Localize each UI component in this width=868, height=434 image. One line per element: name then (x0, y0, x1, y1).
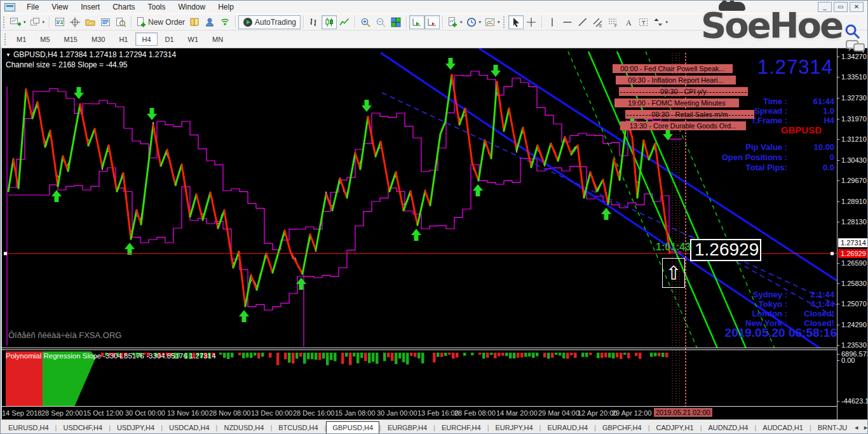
templates-button[interactable]: ▾ (483, 15, 502, 29)
community-button[interactable] (202, 15, 217, 29)
toolbar-separator (541, 16, 542, 28)
new-order-button[interactable]: New Order (134, 15, 187, 29)
periods-dropdown-icon[interactable]: ▾ (479, 20, 482, 25)
text-button[interactable]: A (621, 15, 636, 29)
tab-usdcad-h4[interactable]: USDCAD,H4 (163, 421, 216, 434)
metaeditor-button[interactable] (187, 15, 202, 29)
equidistant-channel-button[interactable]: E (590, 15, 606, 29)
data-window-button[interactable] (67, 15, 83, 29)
new-order-label: New Order (148, 18, 185, 27)
tab-eurjpy-h4[interactable]: EURJPY,H4 (489, 421, 539, 434)
symbol-dropdown-icon[interactable]: ▼ (6, 52, 11, 58)
price-scale-label: 1.23530 (841, 341, 867, 349)
date-label: 13 Feb 16:00 (417, 409, 459, 417)
indicators-dropdown-icon[interactable]: ▾ (460, 20, 463, 25)
tab-gbpusd-h4[interactable]: GBPUSD,H4 (326, 421, 379, 434)
news-event: 09:30 - Inflation Report Heari... (616, 76, 736, 85)
tf-h4[interactable]: H4 (135, 32, 157, 46)
market-watch-button[interactable] (52, 15, 67, 29)
zoom-in-button[interactable] (358, 15, 373, 29)
autoscroll-icon (412, 17, 422, 27)
terminal-button[interactable] (98, 15, 113, 29)
menu-item-view[interactable]: View (45, 1, 74, 13)
signals-icon (220, 17, 230, 27)
price-scale-label: 1.26590 (841, 259, 867, 267)
signals-button[interactable] (217, 15, 233, 29)
menu-item-file[interactable]: File (20, 1, 45, 13)
menu-item-charts[interactable]: Charts (106, 1, 141, 13)
bar-chart-button[interactable] (306, 15, 322, 29)
line-chart-button[interactable] (337, 15, 352, 29)
templates-dropdown-icon[interactable]: ▾ (498, 20, 500, 25)
news-event: 13:30 - Core Durable Goods Ord... (620, 121, 746, 130)
new-chart-dropdown-icon[interactable]: ▾ (24, 20, 26, 25)
arrows-button[interactable]: ▾ (651, 15, 670, 29)
price-scale[interactable]: 1.342701.335101.327301.319701.312101.304… (837, 48, 868, 419)
tab-btcusd-h4[interactable]: BTCUSD,H4 (272, 421, 324, 434)
minimize-button[interactable]: _ (818, 2, 832, 12)
tab-usdjpy-h4[interactable]: USDJPY,H4 (111, 421, 161, 434)
menu-item-insert[interactable]: Insert (74, 1, 106, 13)
tab-audcad-h1[interactable]: AUDCAD,H1 (756, 421, 810, 434)
ohlc-line: ▼GBPUSD,H4 1.27384 1.27418 1.27294 1.273… (6, 50, 176, 59)
tab-brnt-ju[interactable]: BRNT-JU (811, 421, 853, 434)
tab-audnzd-h4[interactable]: AUDNZD,H4 (702, 421, 754, 434)
price-scale-label: 1.30430 (841, 156, 867, 164)
session-row-london: London :Closed! (625, 309, 834, 318)
arrows-dropdown-icon[interactable]: ▾ (666, 20, 668, 25)
date-label: 28 Feb 08:00 (454, 409, 496, 417)
menu-item-tools[interactable]: Tools (142, 1, 172, 13)
date-axis[interactable]: 14 Sep 201828 Sep 20:0015 Oct 12:0030 Oc… (1, 407, 837, 419)
info-row-pip-value: Pip Value :10.00 (625, 142, 834, 152)
tf-m15[interactable]: M15 (58, 32, 84, 46)
indicators-button[interactable]: ▾ (445, 15, 465, 29)
tf-mn[interactable]: MN (206, 32, 229, 46)
tab-euraud-h4[interactable]: EURAUD,H4 (541, 421, 594, 434)
tile-windows-button[interactable] (388, 15, 403, 29)
auto-scroll-button[interactable] (409, 15, 424, 29)
tf-m5[interactable]: M5 (34, 32, 56, 46)
tab-gbpchf-h4[interactable]: GBPCHF,H4 (596, 421, 648, 434)
close-button[interactable]: ✕ (850, 2, 864, 12)
tab-usdchf-h4[interactable]: USDCHF,H4 (57, 421, 109, 434)
text-label-button[interactable]: T (636, 15, 651, 29)
scroll-right-button[interactable]: ► (863, 424, 868, 431)
strategy-tester-button[interactable] (113, 15, 128, 29)
profiles-button[interactable]: ▾ (28, 15, 47, 29)
periods-button[interactable]: ▾ (465, 15, 484, 29)
vline-icon (547, 17, 557, 27)
tab-eurgbp-h4[interactable]: EURGBP,H4 (381, 421, 433, 434)
menu-item-window[interactable]: Window (172, 1, 212, 13)
autotrading-button[interactable]: AutoTrading (238, 15, 301, 29)
toolbar-grip[interactable] (3, 17, 5, 28)
tf-h1[interactable]: H1 (112, 32, 134, 46)
tfbar-grip[interactable] (4, 34, 6, 45)
scroll-left-button[interactable]: ◄ (853, 424, 859, 431)
tab-cadjpy-h1[interactable]: CADJPY,H1 (650, 421, 700, 434)
tf-d1[interactable]: D1 (159, 32, 180, 46)
tf-m30[interactable]: M30 (85, 32, 111, 46)
chart-area[interactable]: 00:00 - Fed Chair Powell Speak...09:30 -… (1, 48, 868, 419)
tab-nzdusd-h4[interactable]: NZDUSD,H4 (217, 421, 270, 434)
crosshair-button[interactable] (524, 15, 539, 29)
chart-shift-button[interactable] (424, 15, 440, 29)
trendline-button[interactable] (575, 15, 590, 29)
vertical-line-button[interactable] (545, 15, 560, 29)
candlesticks-button[interactable] (322, 15, 337, 29)
zoom-out-button[interactable] (373, 15, 388, 29)
tab-eurchf-h4[interactable]: EURCHF,H4 (435, 421, 487, 434)
horizontal-line-button[interactable] (560, 15, 575, 29)
tf-w1[interactable]: W1 (182, 32, 205, 46)
navigator-button[interactable] (83, 15, 98, 29)
toolbar-grip[interactable] (503, 17, 505, 28)
tf-m1[interactable]: M1 (10, 32, 32, 46)
zoom-in-icon (360, 17, 370, 27)
new-chart-button[interactable]: ▾ (8, 15, 28, 29)
tab-scroll-buttons: ◄► (853, 424, 868, 431)
restore-button[interactable]: ▭ (834, 2, 848, 12)
tab-eurusd-h4[interactable]: EURUSD,H4 (2, 421, 55, 434)
menu-item-help[interactable]: Help (212, 1, 240, 13)
profiles-dropdown-icon[interactable]: ▾ (43, 20, 45, 25)
fibonacci-button[interactable]: F (606, 15, 621, 29)
cursor-button[interactable] (508, 15, 524, 29)
